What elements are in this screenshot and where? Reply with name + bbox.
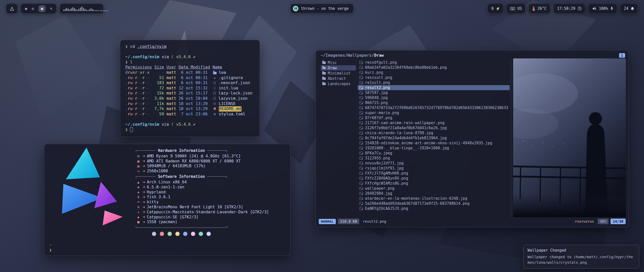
sidebar-folder-item[interactable]: Draw <box>321 65 356 71</box>
font-icon: A <box>136 205 141 209</box>
file-list-item[interactable]: 3122955.png <box>358 156 510 161</box>
visualizer-bar <box>75 9 76 11</box>
file-list-item[interactable]: 87r687df.png <box>358 115 510 120</box>
image-file-icon <box>359 147 363 150</box>
date-cell: 7 oct 23:06 <box>179 112 210 117</box>
file-list-item[interactable]: kurz.png <box>358 70 510 75</box>
temperature-label: 26°C <box>537 6 546 11</box>
file-list-item[interactable]: resssult.png <box>358 75 510 80</box>
file-list-item[interactable]: FXfcHgcWIAMzs0G.png <box>358 181 510 186</box>
visualizer-bar <box>85 9 85 11</box>
file-list-item[interactable]: FXfcJlTXgAMvH6R.png <box>358 171 510 176</box>
clock-icon <box>578 7 582 11</box>
visualizer-bar <box>94 10 94 11</box>
file-manager-window[interactable]: ~/Imagenes/Wallpapers/Draw 1 Misc Draw M… <box>315 50 629 227</box>
permissions-cell: .rw-r--r-- <box>125 96 152 101</box>
visualizer-bar <box>103 10 103 11</box>
keyboard-icon <box>510 7 515 10</box>
box-bottom-border <box>136 226 227 228</box>
clock-widget[interactable]: 17:50:29 <box>553 4 585 14</box>
image-file-icon <box>359 81 363 84</box>
file-list-item[interactable]: super-mario.png <box>358 110 510 115</box>
workspace-1-icon[interactable]: ◉ <box>25 7 27 11</box>
file-list-item[interactable]: 587597.jpg <box>358 90 510 95</box>
file-list-item[interactable]: wallpaper.png <box>358 186 510 191</box>
file-list-item[interactable]: result2.png <box>358 85 510 90</box>
sidebar-folder-item[interactable]: Abstract <box>321 76 356 81</box>
arrow-icon: ➜ <box>143 220 145 224</box>
arrow-icon: ➜ <box>143 164 145 168</box>
file-list-item[interactable]: 866715.png <box>358 100 510 105</box>
size-cell: 15k <box>154 91 164 96</box>
terminal-window-fastfetch[interactable]: Hardware Information ⚙➜AMD Ryzen 9 5900X… <box>44 144 291 256</box>
sidebar-folder-item[interactable]: Minimalist <box>321 71 356 76</box>
file-list-item[interactable]: 68747470733a2f2f696d616765732d7769786d70… <box>358 105 510 110</box>
date-cell: 12 oct 15:32 <box>179 86 210 91</box>
file-listing-row: .rw-r--r--11kmatt18 oct 13:29©LICENSE <box>125 101 255 107</box>
sidebar-folder-item[interactable]: Misc <box>321 60 356 65</box>
user-cell: matt <box>167 80 176 86</box>
microphone-icon <box>610 7 613 11</box>
file-list-item[interactable]: 3126f7e9bbf21a8a4af0b67b041c6e26.jpg <box>358 125 510 130</box>
folder-icon <box>322 83 326 85</box>
notifications-count: 24 <box>624 6 628 11</box>
arrow-icon: ➜ <box>143 215 145 219</box>
updates-widget[interactable]: 0 <box>488 4 503 14</box>
file-list-item[interactable]: rsjqojlmjhf91.jpg <box>358 166 510 171</box>
image-file-icon <box>359 182 363 185</box>
image-file-icon <box>359 207 363 210</box>
notifications-widget[interactable]: 24 <box>620 4 638 14</box>
file-list-item[interactable]: atardecer-en-la-montanas-ilustracion-634… <box>358 196 510 201</box>
image-file-icon <box>359 131 363 134</box>
file-list-item[interactable]: 154928-odinokoe_anime-art-anime-okno-sin… <box>358 141 510 146</box>
file-list-item[interactable]: EeNKYgIUcAAJ5JX.png <box>358 206 510 211</box>
weather-widget[interactable]: 26°C <box>529 4 550 14</box>
workspace-2-icon[interactable]: ◎ <box>32 7 34 11</box>
shell-icon: $ <box>136 195 141 199</box>
file-list-item[interactable]: 19201080-__blue-tinge__-1920×1080.jpg <box>358 146 510 151</box>
file-list-item[interactable]: ressdfgult.png <box>358 60 510 65</box>
arrow-icon: ➜ <box>143 180 145 185</box>
file-listing-row: .rw-r--r--51matt 6 oct 00:31✦.gitignore <box>125 75 255 81</box>
file-list-item[interactable]: re1sult.png <box>358 80 510 85</box>
image-file-icon <box>359 111 363 114</box>
keyboard-layout-widget[interactable]: US <box>506 4 526 14</box>
image-file-icon <box>359 101 363 104</box>
file-list-item[interactable]: 0c794faf07de24a4db4d4fb1eb813964.jpg <box>358 135 510 141</box>
file-listing: drwxr-xr-x-matt 6 oct 00:31lua .rw-r--r-… <box>125 70 255 117</box>
gpu-icon: ▣ <box>136 159 141 163</box>
user-cell: matt <box>167 91 176 96</box>
file-list-item[interactable]: 596848.jpg <box>358 95 510 100</box>
hardware-info-list: ⚙➜AMD Ryzen 9 5900X (24) @ 4.9GHz [61.3°… <box>136 154 287 174</box>
tab-badge[interactable]: 1 <box>619 53 625 58</box>
file-list-item[interactable]: chica-mirando-la-luna-8799.jpg <box>358 130 510 135</box>
media-player-widget[interactable]: thrown - on the verge <box>291 4 353 13</box>
file-list-item[interactable]: FXfcII0X0AQyn9X.png <box>358 176 510 181</box>
file-list-item[interactable]: nnvuv0xj2df71.jpg <box>358 161 510 166</box>
shell-prompt[interactable]: ~ ❯ <box>49 242 52 253</box>
json-icon: {} <box>212 91 217 95</box>
permissions-cell: .rw-r--r-- <box>125 86 152 91</box>
file-permissions: -rwxrwxrwx <box>573 219 594 223</box>
terminal-blank-line <box>125 49 255 55</box>
audio-visualizer-widget[interactable] <box>60 4 103 14</box>
volume-widget[interactable]: 100% <box>588 4 617 14</box>
launcher-button[interactable] <box>6 4 18 14</box>
user-cell: matt <box>167 86 176 91</box>
image-file-icon <box>359 197 363 200</box>
file-listing-row: .rw-r--r--15kmatt26 oct 15:17{}lazy-lock… <box>125 91 255 96</box>
workspace-3-icon[interactable]: ▣ <box>38 5 46 12</box>
file-list-item[interactable]: 20492984.jpg <box>358 191 510 196</box>
file-list-item[interactable]: 8FKa7Cu.jpeg <box>358 151 510 156</box>
shell-input-line[interactable]: ❯ <box>125 127 255 132</box>
image-file-icon <box>359 192 363 195</box>
terminal-window-nvim[interactable]: ❯cd.config/nvim ~/.config/nvimvia☾v5.4.6… <box>120 40 260 137</box>
workspace-4-icon[interactable]: ✎ <box>50 7 52 11</box>
listing-header-row: PermissionsSizeUserDate ModifiedName <box>125 65 255 70</box>
file-list-item[interactable]: 217167-sad-anime-rain-wallpaper.png <box>358 120 510 125</box>
notification-popup[interactable]: Wallpaper Changed Wallpaper changed to /… <box>523 245 639 269</box>
file-list-item[interactable]: 08a634fa02a32364f69ebc86a98eb1eb.png <box>358 65 510 70</box>
thermometer-icon <box>532 6 535 11</box>
file-list-item[interactable]: 5a266e448add93deab367d87173e9f25-6837886… <box>358 201 510 206</box>
sidebar-folder-item[interactable]: Landscapes <box>321 81 356 86</box>
